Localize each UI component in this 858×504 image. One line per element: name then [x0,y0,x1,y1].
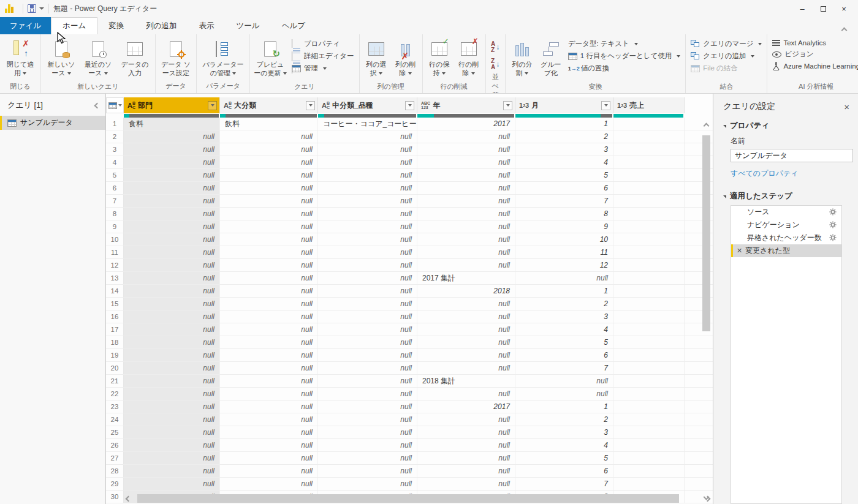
grid-cell[interactable] [613,156,685,168]
grid-cell[interactable]: null [318,208,417,220]
grid-cell[interactable]: null [417,310,515,323]
grid-cell[interactable]: 3 [515,310,613,323]
properties-button[interactable]: プロパティ [289,39,357,49]
sort-ascending-button[interactable]: AZ↓ [490,40,501,54]
grid-cell[interactable]: null [220,323,318,336]
grid-cell[interactable]: 2 [515,298,613,310]
filter-dropdown-button[interactable] [405,101,414,110]
row-number[interactable]: 25 [106,426,124,438]
grid-cell[interactable]: 4 [515,439,613,451]
grid-cell[interactable]: null [220,310,318,323]
refresh-preview-button[interactable]: ↻ プレビューの更新 [252,37,288,80]
row-number[interactable]: 15 [106,298,124,310]
grid-cell[interactable]: null [124,182,220,194]
filter-dropdown-button[interactable] [306,101,315,110]
grid-cell[interactable]: null [417,478,515,490]
grid-cell[interactable]: 4 [515,156,613,168]
replace-values-button[interactable]: 1→2 値の置換 [566,63,683,73]
grid-cell[interactable]: null [220,182,318,194]
grid-cell[interactable]: null [124,169,220,181]
collapse-ribbon-icon[interactable] [842,26,851,32]
tab-列の追加[interactable]: 列の追加 [135,17,188,34]
keep-rows-button[interactable]: ✓ 行の保持 [425,37,454,80]
grid-cell[interactable]: 5 [515,452,613,464]
grid-cell[interactable]: null [318,182,417,194]
row-number[interactable]: 22 [106,388,124,400]
grid-cell[interactable]: null [124,156,220,168]
column-type-icon-any[interactable]: ABC123 [421,101,430,110]
grid-cell[interactable]: null [417,336,515,348]
grid-cell[interactable]: null [417,439,515,451]
grid-cell[interactable]: 3 [515,143,613,156]
grid-cell[interactable]: 1 [515,401,613,413]
grid-cell[interactable]: 飲料 [220,118,318,130]
grid-cell[interactable]: null [515,375,613,387]
grid-cell[interactable]: null [124,336,220,348]
scroll-up-icon[interactable] [702,122,710,130]
grid-cell[interactable]: 2017 集計 [417,272,515,284]
grid-cell[interactable]: null [318,310,417,323]
grid-cell[interactable]: null [318,130,417,143]
grid-cell[interactable]: null [318,349,417,361]
grid-cell[interactable]: null [318,439,417,451]
query-list-item[interactable]: サンプルデータ [0,116,105,130]
grid-cell[interactable] [613,195,685,207]
row-number[interactable]: 27 [106,452,124,464]
save-icon[interactable] [28,4,36,13]
column-type-icon-number[interactable]: 123 [519,102,529,109]
grid-cell[interactable] [613,130,685,143]
column-header-大分類[interactable]: ABC大分類 [220,97,318,113]
grid-cell[interactable]: null [318,233,417,246]
grid-cell[interactable]: null [417,233,515,246]
choose-columns-button[interactable]: 列の選択 [362,37,390,80]
grid-cell[interactable]: null [220,388,318,400]
grid-cell[interactable]: null [220,452,318,464]
grid-cell[interactable]: null [318,465,417,477]
filter-dropdown-button[interactable] [601,101,610,110]
grid-cell[interactable] [613,465,685,477]
grid-cell[interactable]: null [124,478,220,490]
row-number[interactable]: 21 [106,375,124,387]
grid-cell[interactable]: null [124,439,220,451]
grid-cell[interactable]: 7 [515,362,613,374]
grid-cell[interactable]: null [417,220,515,233]
grid-cell[interactable]: null [417,182,515,194]
grid-cell[interactable]: null [417,143,515,156]
combine-files-button[interactable]: File の結合 [688,63,764,73]
grid-cell[interactable] [613,259,685,271]
grid-cell[interactable]: 食料 [124,118,220,130]
grid-cell[interactable]: null [318,285,417,297]
group-by-button[interactable]: グループ化 [537,37,564,80]
grid-cell[interactable]: 2 [515,413,613,426]
recent-sources-button[interactable]: 最近のソース [80,37,116,80]
grid-cell[interactable]: null [220,439,318,451]
column-type-icon-number[interactable]: 123 [617,102,627,109]
grid-cell[interactable]: null [220,465,318,477]
grid-cell[interactable]: 2017 [417,401,515,413]
merge-queries-button[interactable]: クエリのマージ [688,39,764,49]
grid-cell[interactable]: 1 [515,118,613,130]
grid-cell[interactable]: null [124,388,220,400]
grid-cell[interactable]: null [220,298,318,310]
grid-cell[interactable]: null [220,349,318,361]
grid-cell[interactable]: null [124,285,220,297]
grid-cell[interactable]: null [220,362,318,374]
grid-cell[interactable] [613,233,685,246]
grid-cell[interactable]: null [417,349,515,361]
grid-cell[interactable]: null [124,362,220,374]
filter-dropdown-button[interactable] [208,101,217,110]
grid-cell[interactable]: 2017 [417,118,515,130]
grid-cell[interactable] [613,401,685,413]
grid-cell[interactable]: 2 [515,130,613,143]
all-properties-link[interactable]: すべてのプロパティ [731,168,848,179]
grid-cell[interactable] [613,362,685,374]
tab-ホーム[interactable]: ホーム [51,17,97,34]
grid-cell[interactable]: null [417,298,515,310]
grid-cell[interactable]: null [417,465,515,477]
row-number[interactable]: 9 [106,220,124,233]
row-number[interactable]: 1 [106,118,124,130]
grid-cell[interactable] [613,143,685,156]
grid-cell[interactable]: null [220,272,318,284]
grid-cell[interactable]: null [124,259,220,271]
grid-cell[interactable] [613,220,685,233]
